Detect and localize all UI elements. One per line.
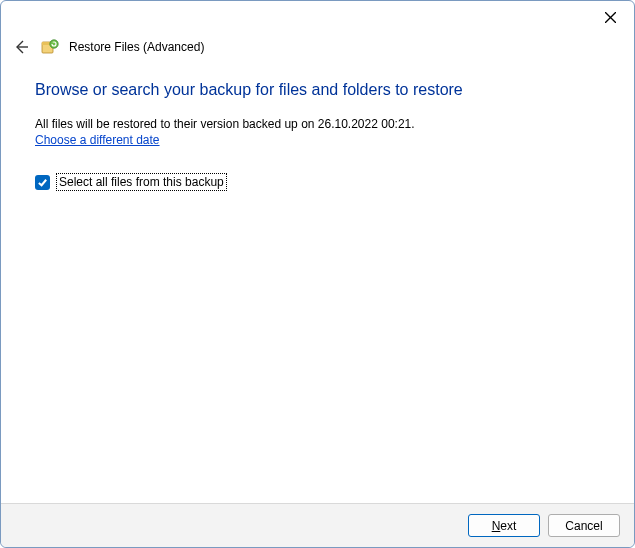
cancel-button-label: Cancel xyxy=(565,519,602,533)
backup-date: 26.10.2022 00:21 xyxy=(318,117,411,131)
select-all-label[interactable]: Select all files from this backup xyxy=(56,173,227,191)
close-button[interactable] xyxy=(594,5,626,29)
svg-point-5 xyxy=(50,40,58,48)
back-button[interactable] xyxy=(11,37,31,57)
select-all-row: Select all files from this backup xyxy=(35,173,600,191)
choose-different-date-link[interactable]: Choose a different date xyxy=(35,133,160,147)
titlebar xyxy=(1,1,634,37)
cancel-button[interactable]: Cancel xyxy=(548,514,620,537)
back-arrow-icon xyxy=(13,39,29,55)
info-suffix: . xyxy=(411,117,414,131)
restore-files-dialog: Restore Files (Advanced) Browse or searc… xyxy=(0,0,635,548)
select-all-checkbox[interactable] xyxy=(35,175,50,190)
restore-files-icon xyxy=(41,38,59,56)
info-prefix: All files will be restored to their vers… xyxy=(35,117,318,131)
checkmark-icon xyxy=(37,177,48,188)
close-icon xyxy=(605,12,616,23)
content-area: Browse or search your backup for files a… xyxy=(1,63,634,503)
next-button-label: Next xyxy=(492,519,517,533)
info-text: All files will be restored to their vers… xyxy=(35,117,600,131)
page-heading: Browse or search your backup for files a… xyxy=(35,81,600,99)
header-row: Restore Files (Advanced) xyxy=(1,37,634,63)
next-button[interactable]: Next xyxy=(468,514,540,537)
window-title: Restore Files (Advanced) xyxy=(69,40,204,54)
dialog-footer: Next Cancel xyxy=(1,503,634,547)
